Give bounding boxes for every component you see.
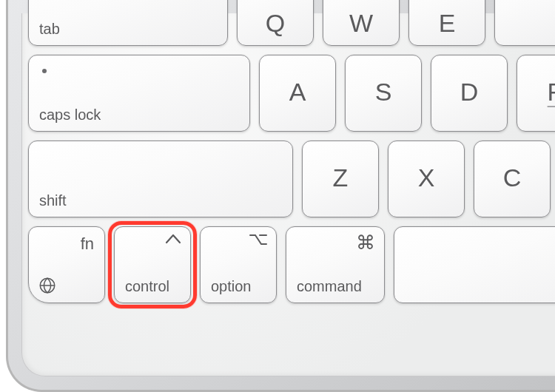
- key-q[interactable]: Q: [237, 0, 314, 46]
- key-c[interactable]: C: [474, 141, 551, 217]
- key-z[interactable]: Z: [302, 141, 379, 217]
- key-a-letter: A: [289, 78, 306, 107]
- key-control-label: control: [125, 278, 169, 295]
- key-command-label: command: [297, 278, 362, 295]
- key-command[interactable]: ⌘ command: [286, 226, 385, 303]
- key-s-letter: S: [375, 78, 392, 107]
- key-fn-label: fn: [81, 234, 94, 254]
- key-tab-label: tab: [39, 21, 60, 38]
- key-fn[interactable]: fn: [28, 226, 105, 303]
- key-option-label: option: [211, 278, 252, 295]
- caps-lock-indicator-icon: [42, 69, 47, 73]
- key-spacebar-partial[interactable]: [394, 226, 555, 303]
- key-e-letter: E: [439, 9, 456, 38]
- key-d-letter: D: [460, 78, 479, 107]
- key-option[interactable]: option: [200, 226, 277, 303]
- key-q-letter: Q: [266, 9, 285, 38]
- key-w-letter: W: [349, 9, 373, 38]
- key-f-letter: F: [548, 78, 555, 107]
- key-s[interactable]: S: [345, 55, 422, 132]
- key-shift-label: shift: [39, 192, 67, 209]
- key-tab[interactable]: tab: [28, 0, 228, 46]
- globe-icon: [38, 276, 57, 295]
- keyboard-frame: tab Q W E caps lock A S D F shif: [6, 0, 555, 392]
- key-w[interactable]: W: [323, 0, 400, 46]
- key-d[interactable]: D: [431, 55, 508, 132]
- control-symbol-icon: [165, 233, 181, 245]
- key-c-letter: C: [503, 163, 522, 192]
- key-r-partial[interactable]: [494, 0, 555, 46]
- key-a[interactable]: A: [259, 55, 336, 132]
- key-e[interactable]: E: [408, 0, 485, 46]
- command-symbol-icon: ⌘: [356, 233, 375, 252]
- key-f[interactable]: F: [517, 55, 555, 132]
- key-x[interactable]: X: [388, 141, 465, 217]
- option-symbol-icon: [249, 233, 267, 246]
- key-z-letter: Z: [333, 163, 349, 192]
- key-caps-lock-label: caps lock: [39, 107, 101, 124]
- key-x-letter: X: [418, 163, 435, 192]
- key-shift[interactable]: shift: [28, 141, 293, 217]
- key-caps-lock[interactable]: caps lock: [28, 55, 250, 132]
- key-control[interactable]: control: [114, 226, 191, 303]
- keyboard-deck: tab Q W E caps lock A S D F shif: [21, 13, 555, 376]
